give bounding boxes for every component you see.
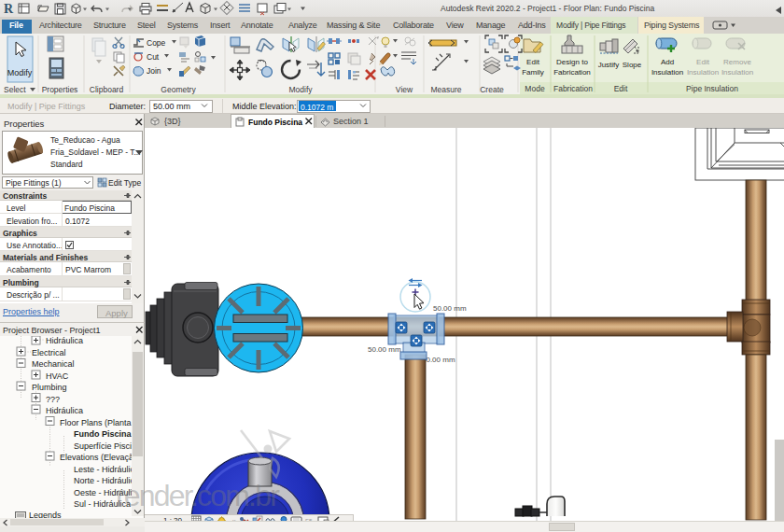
svg-text:Fabrication: Fabrication [553,84,593,93]
svg-text:Select: Select [4,85,26,94]
svg-text:Cope: Cope [147,38,166,48]
svg-text:Create: Create [480,85,504,94]
svg-text:Edit: Edit [696,58,710,66]
svg-text:Add: Add [661,58,674,66]
svg-text:Elevations (Elevação: Elevations (Elevação [60,453,132,462]
svg-text:Superfície Piscina: Superfície Piscina [74,441,132,451]
svg-text:Modify: Modify [7,68,33,77]
svg-text:Hidráulica: Hidráulica [46,336,83,345]
svg-text:Modify: Modify [288,85,313,94]
svg-text:Pipe Insulation: Pipe Insulation [686,84,738,93]
svg-text:R: R [4,2,14,16]
svg-text:Clipboard: Clipboard [90,85,124,94]
svg-text:Properties: Properties [42,85,78,94]
svg-text:Leste - Hidráulica: Leste - Hidráulica [74,465,132,474]
svg-text:Mechanical: Mechanical [32,359,75,369]
svg-text:Join: Join [147,66,161,76]
svg-text:Hidráulica: Hidráulica [46,406,83,415]
svg-text:Edit: Edit [614,84,628,93]
svg-text:50.00 mm: 50.00 mm [368,345,401,354]
svg-text:Insulation: Insulation [651,68,683,77]
svg-text:View: View [396,85,413,94]
svg-text:Slope: Slope [623,61,642,69]
svg-text:Measure: Measure [430,85,461,94]
svg-text:Fabrication: Fabrication [553,68,591,77]
svg-text:Insulation: Insulation [687,68,719,77]
svg-text:Design to: Design to [556,58,588,66]
svg-text:Justify: Justify [598,61,620,69]
svg-text:Remove: Remove [723,58,751,66]
svg-text:Family: Family [522,68,544,77]
svg-text:Geometry: Geometry [161,85,196,94]
svg-text:Fundo Piscina: Fundo Piscina [74,429,132,439]
svg-text:Insulation: Insulation [721,68,753,77]
svg-text:Electrical: Electrical [32,348,66,357]
svg-text:Plumbing: Plumbing [32,383,67,392]
svg-text:Cut: Cut [147,52,160,62]
svg-text:HVAC: HVAC [46,371,69,381]
svg-text:???: ??? [46,395,60,404]
svg-text:50.00 mm: 50.00 mm [433,304,467,313]
svg-text:Edit: Edit [526,58,540,66]
svg-text:Mode: Mode [525,84,545,93]
svg-text:Floor Plans (Planta de: Floor Plans (Planta de [60,418,132,427]
